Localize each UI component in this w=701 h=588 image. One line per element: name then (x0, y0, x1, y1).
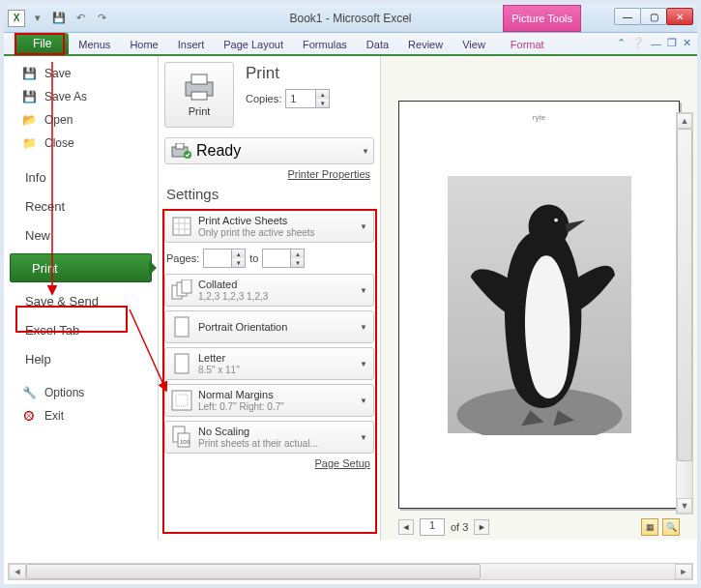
save-icon[interactable]: 💾 (50, 10, 68, 27)
page-number-field[interactable]: 1 (420, 518, 445, 536)
scroll-thumb[interactable] (677, 129, 692, 461)
redo-icon[interactable]: ↷ (93, 10, 110, 27)
workbook-close-icon[interactable]: ✕ (683, 37, 691, 49)
print-header: Print Copies: 1 ▲▼ (246, 62, 330, 108)
maximize-button[interactable]: ▢ (640, 8, 667, 25)
close-file-icon: 📁 (21, 135, 37, 151)
scroll-track[interactable] (26, 564, 675, 579)
file-tab[interactable]: File (15, 33, 69, 54)
nav-excel-tab[interactable]: Excel Tab (4, 315, 158, 344)
print-button[interactable]: Print (164, 62, 234, 128)
workbook-restore-icon[interactable]: ❐ (667, 37, 677, 49)
print-button-label: Print (189, 105, 211, 117)
nav-exit[interactable]: ⮿Exit (4, 404, 158, 427)
nav-help-label: Help (25, 352, 51, 367)
collation-selector[interactable]: Collated1,2,3 1,2,3 1,2,3 ▼ (164, 274, 374, 307)
selected-indicator-icon (149, 260, 157, 276)
tab-data[interactable]: Data (357, 35, 398, 54)
minimize-ribbon-icon[interactable]: ⌃ (617, 37, 626, 49)
preview-page-nav: ◄ 1 of 3 ► ▦ 🔍 (394, 514, 684, 540)
svg-rect-2 (191, 92, 207, 100)
window: X ▾ 💾 ↶ ↷ Book1 - Microsoft Excel Pictur… (0, 0, 701, 588)
nav-new[interactable]: New (4, 220, 158, 250)
tab-view[interactable]: View (453, 35, 495, 54)
nav-save[interactable]: 💾Save (4, 62, 158, 85)
tab-formulas[interactable]: Formulas (293, 35, 357, 54)
nav-help[interactable]: Help (4, 344, 158, 373)
sheets-icon (171, 214, 192, 239)
prev-page-button[interactable]: ◄ (398, 519, 414, 535)
nav-print-label: Print (32, 261, 58, 276)
spinner-down-icon[interactable]: ▼ (232, 258, 245, 267)
copies-spinner[interactable]: 1 ▲▼ (285, 89, 330, 108)
next-page-button[interactable]: ► (474, 519, 489, 535)
tab-review[interactable]: Review (398, 35, 453, 54)
preview-vertical-scrollbar[interactable]: ▲ ▼ (676, 112, 693, 514)
dropdown-icon: ▼ (360, 433, 367, 442)
svg-text:100: 100 (180, 439, 190, 445)
copies-row: Copies: 1 ▲▼ (246, 89, 330, 108)
svg-rect-4 (176, 143, 184, 149)
tab-menus[interactable]: Menus (69, 35, 120, 54)
spinner-down-icon[interactable]: ▼ (291, 258, 304, 267)
show-margins-button[interactable]: ▦ (641, 518, 658, 536)
pages-to-spinner[interactable]: ▲▼ (262, 249, 305, 268)
tab-home[interactable]: Home (120, 35, 167, 54)
nav-options[interactable]: 🔧Options (4, 381, 158, 404)
contextual-tab-picture-tools[interactable]: Picture Tools (503, 5, 581, 32)
nav-print[interactable]: Print (10, 253, 152, 282)
tab-insert[interactable]: Insert (168, 35, 215, 54)
svg-point-24 (554, 219, 558, 222)
spinner-up-icon[interactable]: ▲ (232, 250, 245, 258)
nav-save-send[interactable]: Save & Send (4, 286, 158, 315)
scroll-down-button[interactable]: ▼ (677, 498, 692, 514)
svg-rect-14 (175, 317, 189, 337)
tab-page-layout[interactable]: Page Layout (214, 35, 293, 54)
print-what-selector[interactable]: Print Active SheetsOnly print the active… (164, 210, 374, 243)
margins-selector[interactable]: Normal MarginsLeft: 0.7" Right: 0.7" ▼ (164, 384, 374, 417)
printer-properties-link[interactable]: Printer Properties (164, 168, 374, 180)
scroll-track[interactable] (677, 129, 692, 498)
nav-exit-label: Exit (44, 409, 64, 423)
svg-rect-15 (175, 354, 189, 373)
spinner-up-icon[interactable]: ▲ (316, 90, 329, 99)
scroll-thumb[interactable] (26, 564, 481, 579)
nav-info[interactable]: Info (4, 162, 158, 191)
margins-sub: Left: 0.7" Right: 0.7" (198, 401, 284, 413)
preview-caption: ryte (533, 113, 545, 122)
qat-dropdown-icon[interactable]: ▾ (29, 10, 46, 27)
orientation-selector[interactable]: Portrait Orientation ▼ (164, 310, 374, 343)
window-horizontal-scrollbar[interactable]: ◄ ► (8, 563, 693, 580)
scroll-left-button[interactable]: ◄ (9, 564, 26, 579)
margins-icon (171, 388, 192, 413)
zoom-to-page-button[interactable]: 🔍 (662, 518, 680, 536)
scaling-selector[interactable]: 100 No ScalingPrint sheets at their actu… (164, 421, 374, 454)
nav-open[interactable]: 📂Open (4, 108, 158, 132)
quick-access-toolbar: X ▾ 💾 ↶ ↷ (4, 10, 114, 27)
dropdown-icon: ▼ (362, 147, 369, 156)
nav-recent[interactable]: Recent (4, 191, 158, 220)
print-preview-panel: ryte (381, 56, 697, 540)
printer-selector[interactable]: Ready ▼ (164, 137, 374, 164)
undo-icon[interactable]: ↶ (72, 10, 89, 27)
scroll-right-button[interactable]: ► (675, 564, 692, 579)
nav-close[interactable]: 📁Close (4, 132, 158, 155)
settings-heading: Settings (166, 186, 374, 202)
help-icon[interactable]: ❔ (631, 37, 645, 49)
paper-size-selector[interactable]: Letter8.5" x 11" ▼ (164, 347, 374, 380)
scroll-up-button[interactable]: ▲ (677, 113, 692, 129)
dropdown-icon: ▼ (360, 222, 367, 231)
workbook-minimize-icon[interactable]: — (651, 38, 661, 49)
scaling-sub: Print sheets at their actual... (198, 438, 318, 450)
spinner-up-icon[interactable]: ▲ (291, 250, 304, 258)
minimize-button[interactable]: — (614, 8, 641, 25)
close-button[interactable]: ✕ (666, 8, 693, 25)
nav-save-as[interactable]: 💾Save As (4, 85, 158, 108)
spinner-down-icon[interactable]: ▼ (316, 99, 329, 107)
collation-sub: 1,2,3 1,2,3 1,2,3 (198, 291, 268, 303)
pages-from-spinner[interactable]: ▲▼ (203, 249, 246, 268)
page-setup-link[interactable]: Page Setup (164, 457, 374, 469)
scaling-title: No Scaling (198, 426, 318, 438)
print-heading: Print (246, 64, 330, 83)
tab-format[interactable]: Format (501, 35, 554, 54)
